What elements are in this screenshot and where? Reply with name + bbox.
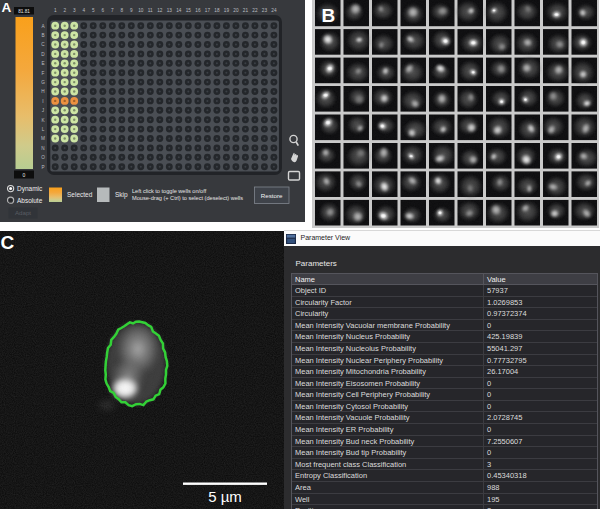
svg-text:C: C <box>1 232 15 253</box>
svg-text:10: 10 <box>138 8 144 13</box>
svg-text:G: G <box>41 80 45 85</box>
svg-text:81.81: 81.81 <box>18 9 30 14</box>
svg-text:21: 21 <box>243 8 249 13</box>
svg-text:B: B <box>322 5 336 26</box>
svg-text:11: 11 <box>148 8 153 13</box>
svg-text:12: 12 <box>157 8 163 13</box>
svg-text:8: 8 <box>120 8 123 13</box>
svg-text:Left click to toggle wells on/: Left click to toggle wells on/off <box>132 188 207 194</box>
svg-text:L: L <box>42 127 45 132</box>
svg-text:B: B <box>41 33 44 38</box>
svg-text:Skip: Skip <box>115 191 128 199</box>
svg-text:Selected: Selected <box>67 191 93 198</box>
svg-text:22: 22 <box>252 8 258 13</box>
svg-text:Absolute: Absolute <box>17 197 43 204</box>
svg-text:0: 0 <box>23 172 26 178</box>
svg-text:O: O <box>41 155 45 160</box>
svg-text:Adapt: Adapt <box>15 209 31 216</box>
svg-text:Dynamic: Dynamic <box>17 185 43 193</box>
svg-text:2: 2 <box>63 8 66 13</box>
svg-text:E: E <box>41 61 44 66</box>
svg-text:14: 14 <box>176 8 182 13</box>
svg-text:Restore: Restore <box>261 192 283 199</box>
svg-text:9: 9 <box>130 8 133 13</box>
svg-text:P: P <box>41 165 44 170</box>
svg-text:I: I <box>42 99 43 104</box>
svg-text:1: 1 <box>54 8 57 13</box>
svg-text:24: 24 <box>271 8 277 13</box>
svg-text:Mouse-drag (+ Ctrl) to select: Mouse-drag (+ Ctrl) to select (deselect)… <box>132 195 243 201</box>
svg-text:J: J <box>42 108 44 113</box>
svg-text:F: F <box>42 71 45 76</box>
svg-text:19: 19 <box>224 8 230 13</box>
svg-text:17: 17 <box>205 8 211 13</box>
svg-text:23: 23 <box>262 8 268 13</box>
svg-text:18: 18 <box>214 8 220 13</box>
svg-text:6: 6 <box>101 8 104 13</box>
svg-text:H: H <box>41 89 44 94</box>
svg-text:A: A <box>2 0 12 15</box>
svg-text:16: 16 <box>195 8 201 13</box>
svg-text:4: 4 <box>82 8 85 13</box>
svg-text:M: M <box>41 136 45 141</box>
svg-text:13: 13 <box>167 8 173 13</box>
svg-text:3: 3 <box>73 8 76 13</box>
svg-text:15: 15 <box>186 8 192 13</box>
svg-text:5: 5 <box>92 8 95 13</box>
svg-text:7: 7 <box>111 8 114 13</box>
svg-text:5 µm: 5 µm <box>208 488 242 505</box>
svg-text:20: 20 <box>233 8 239 13</box>
svg-text:N: N <box>41 146 44 151</box>
